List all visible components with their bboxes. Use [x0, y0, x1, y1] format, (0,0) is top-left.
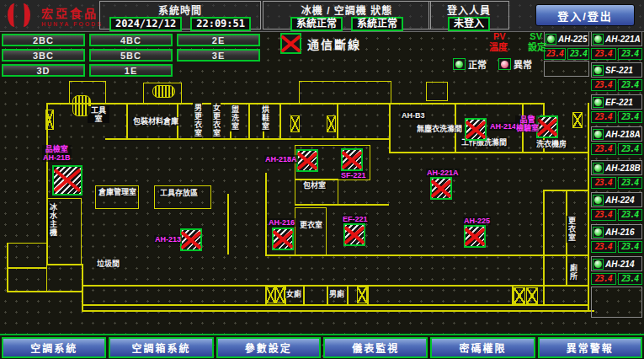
room-label: 工具存放區: [159, 189, 199, 197]
unit-name-label: AH-218A: [605, 130, 641, 139]
nav-button-password-permission[interactable]: 密碼權限: [430, 337, 535, 358]
wall-segment: [347, 285, 349, 304]
hunya-logo-icon: [7, 3, 35, 28]
unit-values-row: 23.423.4: [591, 111, 642, 123]
unit-panel-ah-214[interactable]: AH-21423.423.4: [591, 256, 642, 285]
unit-name-row: AH-216: [591, 224, 642, 239]
unit-panel-ah-221a[interactable]: AH-221A23.423.4: [591, 31, 642, 60]
offline-unit-icon-ah-225[interactable]: [464, 225, 486, 248]
unit-name-label: AH-225: [558, 35, 587, 44]
room-label: 包裝材料倉庫: [132, 117, 179, 126]
offline-unit-icon-ah-221a[interactable]: [430, 177, 452, 200]
room-outline: [7, 268, 47, 292]
wall-segment: [82, 304, 588, 306]
led-glyph: [594, 260, 602, 268]
wall-segment: [248, 103, 250, 138]
unit-panel-ah-225[interactable]: AH-22523.423.4: [544, 31, 589, 60]
login-status-value: 未登入: [448, 17, 490, 31]
sv-value: 23.4: [618, 111, 643, 123]
wall-segment: [337, 103, 338, 138]
nav-button-parameter-settings[interactable]: 參數設定: [216, 337, 321, 358]
led-glyph: [594, 164, 602, 172]
status-led-icon: [593, 129, 604, 140]
offline-unit-icon-ah-218a[interactable]: [296, 149, 318, 172]
pv-value: 23.4: [591, 241, 616, 253]
unit-name-label: AH-224: [605, 196, 634, 205]
room-outline: [299, 81, 391, 104]
wall-segment: [543, 190, 545, 285]
sv-value: 23.4: [618, 241, 643, 253]
comm-loss-label: 通信斷線: [307, 35, 361, 52]
room-label: 女更衣室: [211, 103, 221, 138]
offline-unit-label-ef-221: EF-221: [342, 215, 369, 223]
floor-button-5bc[interactable]: 5BC: [89, 49, 173, 62]
led-glyph: [594, 35, 602, 43]
hmi-screen: 宏亞食品 HUNYA FOODS 系統時間 2024/12/12 22:09:5…: [0, 0, 644, 359]
system-date-value: 2024/12/12: [109, 17, 182, 31]
floor-button-3bc[interactable]: 3BC: [2, 49, 85, 62]
nav-button-ahu-box-system[interactable]: 空調箱系統: [109, 337, 213, 358]
floor-button-1e[interactable]: 1E: [89, 64, 173, 77]
floor-button-2e[interactable]: 2E: [177, 34, 260, 46]
offline-unit-icon-ah-213[interactable]: [180, 228, 202, 251]
offline-unit-label-ah-221a: AH-221A: [426, 169, 460, 177]
unit-panel-ah-216[interactable]: AH-21623.423.4: [591, 224, 642, 253]
pv-sub-label: 溫度: [489, 42, 508, 53]
floor-button-3e[interactable]: 3E: [177, 49, 260, 62]
system-time-label: 系統時間: [158, 3, 202, 17]
wall-segment: [389, 103, 391, 152]
room-label: 冰水主機: [48, 202, 57, 238]
unit-name-row: AH-218A: [591, 126, 642, 142]
status-led-icon: [593, 34, 604, 45]
floor-button-2bc[interactable]: 2BC: [2, 34, 85, 46]
door-icon: [275, 287, 285, 303]
floor-selector: 2BC4BC2E3BC5BC3E3D1E: [2, 34, 260, 77]
unit-values-row: 23.423.4: [591, 79, 642, 91]
room-label: 盥洗室: [230, 104, 239, 131]
brand-name: 宏亞食品: [41, 4, 103, 21]
unit-panel-ef-221[interactable]: EF-22123.423.4: [591, 94, 642, 123]
floor-button-3d[interactable]: 3D: [2, 64, 85, 77]
offline-unit-icon-ef-221[interactable]: [343, 223, 365, 246]
status-legend: 正常 異常: [453, 57, 532, 71]
door-icon: [327, 115, 336, 132]
offline-unit-label-sf-221: SF-221: [340, 171, 367, 180]
unit-values-row: 23.423.4: [591, 177, 642, 189]
wall-segment: [82, 310, 594, 312]
led-glyph: [594, 67, 602, 74]
wall-segment: [389, 152, 588, 153]
offline-unit-icon-ah-21b[interactable]: [52, 165, 82, 196]
nav-button-meter-monitoring[interactable]: 儀表監視: [323, 337, 428, 358]
sv-value: 23.4: [618, 209, 643, 221]
unit-panel-ah-218a[interactable]: AH-218A23.423.4: [591, 126, 642, 155]
brand-logo: 宏亞食品 HUNYA FOODS: [7, 3, 103, 28]
led-glyph: [594, 196, 602, 204]
room-label: 男更衣室: [193, 103, 202, 138]
unit-name-row: AH-218B: [591, 160, 642, 175]
room-label: 無塵衣洗滌間: [416, 125, 463, 133]
offline-unit-icon-ah-216[interactable]: [272, 228, 294, 250]
login-logout-button[interactable]: 登入/登出: [535, 4, 635, 26]
nav-button-abnormal-alarm[interactable]: 異常警報: [538, 337, 642, 358]
empty-panel: [544, 61, 589, 77]
status-led-icon: [593, 195, 604, 206]
nav-separator: [0, 334, 644, 335]
sv-sub-label: 設定: [528, 42, 546, 53]
offline-unit-icon-sf-221[interactable]: [341, 148, 363, 171]
wall-segment: [46, 103, 543, 104]
offline-unit-label-qc-room: 品管 檢驗室: [515, 115, 540, 132]
unit-panel-ah-218b[interactable]: AH-218B23.423.4: [591, 160, 642, 189]
wall-segment: [303, 285, 305, 304]
room-label: 洗衣機房: [535, 140, 567, 148]
offline-unit-label-ah-225: AH-225: [463, 217, 491, 225]
unit-panel-ah-224[interactable]: AH-22423.423.4: [591, 192, 642, 221]
unit-panel-sf-221[interactable]: SF-22123.423.4: [591, 62, 642, 91]
floor-button-4bc[interactable]: 4BC: [89, 34, 173, 46]
wall-segment: [367, 285, 369, 304]
sv-value: 23.4: [618, 79, 643, 91]
offline-unit-icon-ah-214[interactable]: [465, 118, 487, 141]
pv-value: 23.4: [591, 79, 616, 91]
nav-button-ac-system[interactable]: 空調系統: [2, 337, 106, 358]
door-icon: [45, 110, 54, 130]
room-label: 包材室: [302, 181, 327, 190]
